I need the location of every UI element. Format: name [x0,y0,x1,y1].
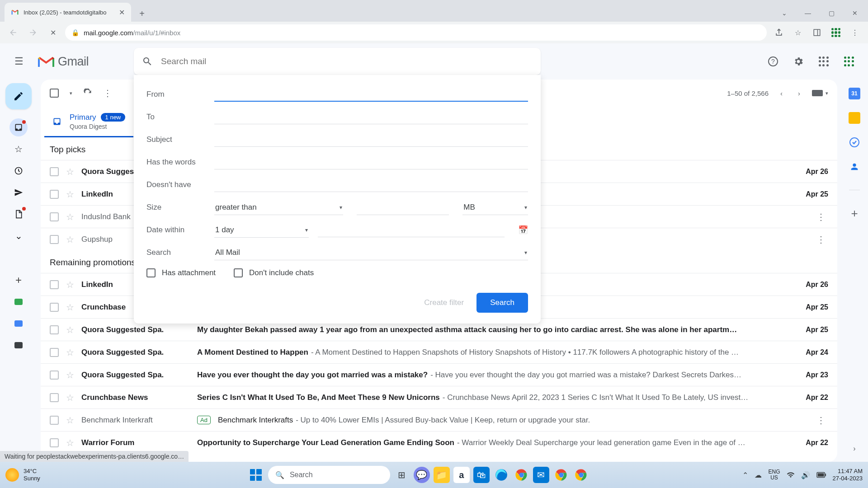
nav-chat-green[interactable] [9,293,28,311]
start-button[interactable] [247,466,264,483]
tabs-dropdown-icon[interactable]: ⌄ [774,5,795,22]
settings-icon[interactable] [788,52,808,71]
star-icon[interactable]: ☆ [66,279,74,290]
mail-row[interactable]: ☆ Quora Suggested Spa. A Moment Destined… [41,341,837,363]
gmail-logo[interactable]: Gmail [38,55,89,69]
select-all-checkbox[interactable] [50,89,59,98]
row-checkbox[interactable] [50,325,59,334]
addons-icon[interactable]: + [849,207,860,219]
close-window-button[interactable]: ✕ [844,5,865,22]
adv-from-input[interactable] [214,87,528,102]
row-checkbox[interactable] [50,212,59,221]
stop-reload-button[interactable]: ✕ [45,25,61,40]
collapse-panel-icon[interactable]: › [853,445,855,453]
tab-primary[interactable]: Primary1 new Quora Digest [44,107,133,137]
adv-size-unit[interactable]: MB▾ [462,200,528,215]
nav-snoozed-icon[interactable] [9,162,28,180]
browser-tab[interactable]: Inbox (2,025) - teamdotdigitalbo ✕ [5,3,131,22]
nav-starred-icon[interactable]: ☆ [9,140,28,158]
star-icon[interactable]: ☆ [66,189,74,200]
taskbar-search[interactable]: 🔍Search [268,466,390,484]
tray-wifi-icon[interactable] [787,471,795,479]
adv-subject-input[interactable] [214,133,528,147]
nav-chat-dark[interactable] [9,336,28,354]
star-icon[interactable]: ☆ [66,234,74,245]
new-tab-button[interactable]: + [134,5,150,22]
taskbar-explorer[interactable]: 📁 [434,467,450,483]
star-icon[interactable]: ☆ [66,392,74,403]
tray-language[interactable]: ENGUS [768,469,780,481]
tray-volume-icon[interactable]: 🔊 [801,471,810,479]
chrome-menu-icon[interactable]: ⋮ [847,25,863,40]
taskbar-chat[interactable]: 💬 [414,467,430,483]
star-icon[interactable]: ☆ [66,415,74,426]
nav-inbox-icon[interactable] [9,118,28,136]
row-checkbox[interactable] [50,371,59,380]
more-actions-icon[interactable]: ⋮ [103,88,112,99]
calendar-icon[interactable]: 📅 [518,225,528,235]
mail-row[interactable]: ☆ Benchmark Interkraft Ad Benchmark Inte… [41,408,837,431]
taskbar-weather[interactable]: 34°CSunny [5,468,40,482]
search-box[interactable] [134,48,541,75]
mail-row[interactable]: ☆ Warrior Forum Opportunity to Superchar… [41,431,837,454]
star-icon[interactable]: ☆ [66,302,74,313]
account-icon[interactable] [839,52,859,71]
back-button[interactable] [5,25,21,40]
forward-button[interactable] [25,25,41,40]
taskbar-amazon[interactable]: a [453,467,470,483]
input-tools[interactable]: ▾ [812,90,828,96]
next-page-icon[interactable]: › [794,88,804,99]
star-icon[interactable]: ☆ [66,166,74,177]
adv-has-attachment-check[interactable]: Has attachment [146,268,216,277]
search-icon[interactable] [142,56,153,67]
row-more-icon[interactable]: ⋮ [814,234,828,245]
sidepanel-icon[interactable] [809,25,825,40]
adv-doesnthave-input[interactable] [214,178,528,192]
nav-more-icon[interactable]: ⌄ [9,227,28,245]
row-more-icon[interactable]: ⋮ [814,415,828,426]
row-checkbox[interactable] [50,235,59,244]
contacts-app-icon[interactable] [849,161,860,173]
adv-to-input[interactable] [214,110,528,124]
calendar-app-icon[interactable]: 31 [849,88,860,99]
nav-sent-icon[interactable] [9,183,28,202]
create-filter-link[interactable]: Create filter [424,298,464,307]
adv-haswords-input[interactable] [214,155,528,169]
url-input[interactable]: 🔒 mail.google.com/mail/u/1/#inbox [65,24,767,41]
row-checkbox[interactable] [50,303,59,312]
extension-icon[interactable] [828,25,844,40]
minimize-button[interactable]: — [797,5,818,22]
mail-row[interactable]: ☆ Quora Suggested Spa. Have you ever tho… [41,363,837,386]
taskbar-chrome-1[interactable] [513,467,529,483]
compose-button[interactable] [5,83,32,109]
tray-battery-icon[interactable] [816,472,826,478]
adv-date-input[interactable] [318,223,505,237]
maximize-button[interactable]: ▢ [821,5,842,22]
tray-chevron-icon[interactable]: ⌃ [742,471,748,479]
star-icon[interactable]: ☆ [66,211,74,222]
row-checkbox[interactable] [50,167,59,176]
nav-drafts-icon[interactable] [9,205,28,223]
support-icon[interactable]: ? [763,52,783,71]
row-more-icon[interactable]: ⋮ [814,211,828,222]
adv-search-button[interactable]: Search [476,293,528,313]
adv-size-operator[interactable]: greater than▾ [214,200,343,215]
taskbar-chrome-2[interactable] [553,467,569,483]
tray-clock[interactable]: 11:47 AM27-04-2023 [833,468,863,482]
row-checkbox[interactable] [50,280,59,289]
tray-onedrive-icon[interactable]: ☁ [755,471,762,479]
bookmark-icon[interactable]: ☆ [790,25,806,40]
task-view-icon[interactable]: ⊞ [394,467,410,483]
taskbar-chrome-3[interactable] [573,467,589,483]
taskbar-edge[interactable] [493,467,509,483]
refresh-icon[interactable] [83,89,92,98]
nav-new-label[interactable]: + [9,271,28,289]
nav-chat-blue[interactable] [9,314,28,333]
star-icon[interactable]: ☆ [66,370,74,380]
mail-row[interactable]: ☆ Crunchbase News Series C Isn't What It… [41,386,837,408]
tasks-app-icon[interactable] [849,136,860,148]
row-checkbox[interactable] [50,348,59,357]
close-tab-icon[interactable]: ✕ [119,8,125,17]
row-checkbox[interactable] [50,438,59,447]
star-icon[interactable]: ☆ [66,437,74,448]
